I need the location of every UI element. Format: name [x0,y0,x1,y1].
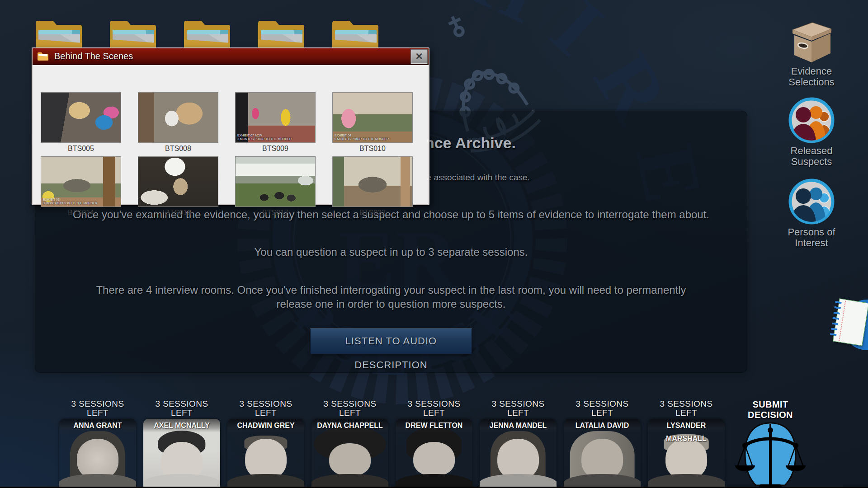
suspect-name: DREW FLETTON [396,419,472,432]
instruction-paragraph: You can question a suspect in up to 3 se… [35,245,747,259]
close-button[interactable]: ✕ [410,49,428,64]
sessions-left-label: 3 SESSIONS LEFT [59,399,136,418]
suspect-name: JENNA MANDEL [480,419,557,432]
sessions-left-label: 3 SESSIONS LEFT [648,399,725,418]
evidence-thumbnail-bts016[interactable]: BTS016 [138,156,218,217]
evidence-thumbnail-bts022[interactable]: BTS022 [332,156,413,217]
thumbnail-label: BTS009 [235,145,316,153]
suspect-name: CHADWIN GREY [227,419,304,432]
suspect-card-chadwin-grey[interactable]: 3 SESSIONS LEFT CHADWIN GREY [227,399,304,488]
folder-icon[interactable] [34,17,84,52]
persons-of-interest-button[interactable]: Persons of Interest [769,178,854,249]
folder-icon [37,52,49,61]
folder-icon[interactable] [108,17,158,52]
suspect-card-anna-grant[interactable]: 3 SESSIONS LEFT ANNA GRANT [59,399,136,488]
thumbnail-caption: EXHIBIT 07 ACW 3 MONTHS PRIOR TO THE MUR… [237,134,292,141]
thumbnail-caption: EXHIBIT 04 9 MONTHS PRIOR TO THE MURDER [335,134,389,141]
sessions-left-label: 3 SESSIONS LEFT [227,399,304,418]
thumbnail-image: EXHIBIT 04 9 MONTHS PRIOR TO THE MURDER [332,92,413,143]
released-suspects-label: Released [769,145,854,156]
thumbnail-image [138,92,218,143]
thumbnail-label: BTS022 [332,209,413,217]
suspect-name: AXEL MCNALLY [143,419,220,432]
suspect-name: DAYNA CHAPPELL [311,419,388,432]
released-suspects-label: Suspects [769,156,854,167]
thumbnail-image [41,92,121,143]
thumbnail-label: BTS005 [41,145,121,153]
thumbnail-label: BTS016 [138,209,218,217]
sessions-left-label: 3 SESSIONS LEFT [311,399,388,418]
sessions-left-label: 3 SESSIONS LEFT [480,399,557,418]
game-screen: SHIRE POLICE ER [0,0,868,488]
listen-audio-description-button[interactable]: LISTEN TO AUDIO DESCRIPTION [310,328,472,354]
evidence-thumbnail-bts005[interactable]: BTS005 [41,92,121,153]
suspect-card-jenna-mandel[interactable]: 3 SESSIONS LEFT JENNA MANDEL [480,399,557,488]
folder-icon[interactable] [330,17,380,52]
persons-of-interest-icon [788,178,835,225]
evidence-box-icon [784,18,839,63]
evidence-thumbnail-bts008[interactable]: BTS008 [138,92,218,153]
thumbnail-image [235,156,316,207]
evidence-thumbnail-bts009[interactable]: EXHIBIT 07 ACW 3 MONTHS PRIOR TO THE MUR… [235,92,316,153]
scales-of-justice-icon [734,421,807,488]
folder-icon[interactable] [182,17,232,52]
released-suspects-icon [788,97,835,144]
sessions-left-label: 3 SESSIONS LEFT [396,399,472,418]
evidence-selections-button[interactable]: Evidence Selections [769,18,854,88]
thumbnail-label: BTS017 [235,209,316,217]
thumbnail-label: BTS014 [41,209,121,217]
thumbnail-image: EXHIBIT 03 3 MONTHS PRIOR TO THE MURDER [41,156,121,207]
thumbnail-image [332,156,413,207]
thumbnail-label: BTS010 [332,145,413,153]
suspect-card-latalia-david[interactable]: 3 SESSIONS LEFT LATALIA DAVID [564,399,641,488]
submit-decision-button[interactable]: SUBMIT DECISION [733,399,807,488]
suspect-card-axel-mcnally[interactable]: 3 SESSIONS LEFT AXEL MCNALLY [143,399,220,488]
sessions-left-label: 3 SESSIONS LEFT [564,399,641,418]
thumbnail-image [138,156,218,207]
evidence-selections-label: Evidence [769,66,854,77]
suspect-name: ANNA GRANT [59,419,136,432]
persons-of-interest-label: Interest [769,238,854,249]
suspect-name: LATALIA DAVID [564,419,641,432]
behind-the-scenes-window: Behind The Scenes ✕ BTS005 BTS008 EXHIBI… [32,47,429,205]
released-suspects-button[interactable]: Released Suspects [769,97,854,167]
instruction-paragraph: There are 4 interview rooms. Once you've… [35,283,747,311]
thumbnail-label: BTS008 [138,145,218,153]
notepad-icon [833,298,868,346]
thumbnail-image: EXHIBIT 07 ACW 3 MONTHS PRIOR TO THE MUR… [235,92,316,143]
evidence-thumbnail-bts014[interactable]: EXHIBIT 03 3 MONTHS PRIOR TO THE MURDER … [41,156,121,217]
evidence-folder-row [34,17,380,52]
sessions-left-label: 3 SESSIONS LEFT [143,399,220,418]
thumbnail-caption: EXHIBIT 03 3 MONTHS PRIOR TO THE MURDER [43,198,97,205]
evidence-thumbnail-bts010[interactable]: EXHIBIT 04 9 MONTHS PRIOR TO THE MURDER … [332,92,413,153]
persons-of-interest-label: Persons of [769,227,854,238]
suspect-name: LYSANDER MARSHALL [648,419,725,432]
close-icon: ✕ [415,51,423,61]
folder-icon[interactable] [256,17,306,52]
notepad-button[interactable] [837,296,868,355]
window-title: Behind The Scenes [54,51,133,61]
evidence-thumbnail-bts017[interactable]: BTS017 [235,156,316,217]
submit-decision-label: SUBMIT DECISION [733,399,807,420]
suspect-card-dayna-chappell[interactable]: 3 SESSIONS LEFT DAYNA CHAPPELL [311,399,388,488]
evidence-selections-label: Selections [769,77,854,88]
suspect-card-lysander-marshall[interactable]: 3 SESSIONS LEFT LYSANDER MARSHALL [648,399,725,488]
window-titlebar: Behind The Scenes ✕ [33,48,429,65]
suspect-card-drew-fletton[interactable]: 3 SESSIONS LEFT DREW FLETTON [396,399,472,488]
